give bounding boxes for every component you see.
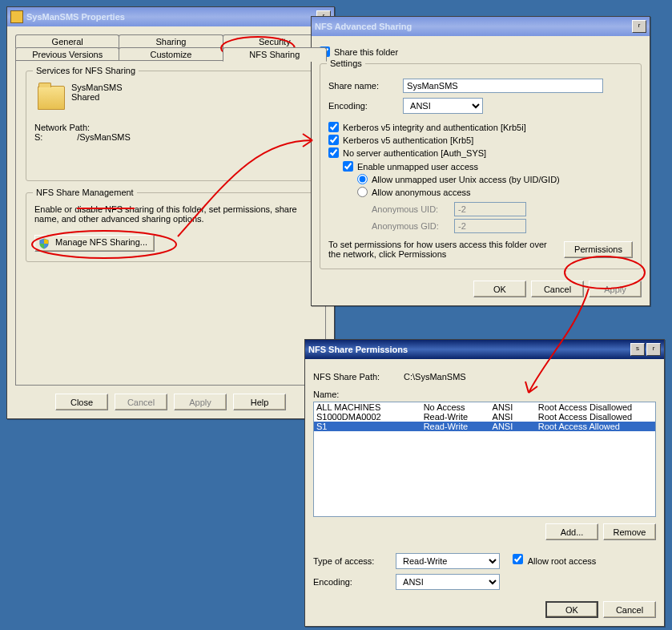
group-title: NFS Share Management — [33, 188, 137, 197]
window-title: SysManSMS Properties — [26, 12, 315, 22]
share-mgmt-desc: Enable or disable NFS sharing of this fo… — [34, 204, 307, 224]
permissions-listbox[interactable]: ALL MACHINESNo AccessANSIRoot Access Dis… — [313, 402, 656, 517]
tab-panel: Services for NFS Sharing SysManSMS Share… — [15, 60, 326, 386]
unmapped-label: Enable unmapped user access — [357, 162, 478, 172]
folder-icon — [10, 10, 23, 23]
close-button[interactable]: Close — [55, 394, 108, 410]
perm-encoding-select[interactable]: ANSI — [396, 574, 500, 590]
anon-gid-label: Anonymous GID: — [372, 221, 452, 231]
unix-label: Allow unmapped user Unix access (by UID/… — [372, 175, 560, 184]
unix-radio[interactable] — [357, 174, 368, 184]
share-name-input[interactable] — [403, 79, 603, 93]
manage-btn-label: Manage NFS Sharing... — [55, 237, 147, 247]
group-services-nfs: Services for NFS Sharing SysManSMS Share… — [26, 71, 316, 181]
share-folder-label: Share this folder — [334, 47, 398, 57]
close-icon[interactable]: r — [632, 20, 646, 33]
allow-root-checkbox[interactable] — [513, 554, 523, 564]
tab-previous-versions[interactable]: Previous Versions — [15, 47, 119, 61]
allow-root-label: Allow root access — [528, 556, 597, 566]
encoding-select[interactable]: ANSI — [403, 98, 483, 114]
folder-icon — [38, 86, 65, 110]
titlebar[interactable]: SysManSMS Properties r — [7, 7, 334, 26]
krb5-label: Kerberos v5 authentication [Krb5] — [343, 135, 473, 145]
unmapped-checkbox[interactable] — [343, 161, 353, 172]
perm-encoding-label: Encoding: — [313, 577, 393, 587]
table-row[interactable]: ALL MACHINESNo AccessANSIRoot Access Dis… — [314, 402, 655, 412]
share-permissions-window: NFS Share Permissions s r NFS Share Path… — [304, 339, 665, 627]
anon-uid-input — [454, 202, 526, 216]
krb5-checkbox[interactable] — [328, 135, 339, 145]
shield-icon — [38, 238, 50, 249]
tab-strip: General Sharing Security Previous Versio… — [15, 34, 326, 61]
encoding-label: Encoding: — [328, 101, 400, 111]
tab-nfs-sharing[interactable]: NFS Sharing — [223, 47, 327, 62]
permissions-text: To set permissions for how users access … — [328, 240, 557, 259]
authsys-checkbox[interactable] — [328, 147, 339, 158]
network-path-label: Network Path: — [34, 123, 307, 132]
window-title: NFS Share Permissions — [308, 345, 629, 354]
group-title: Services for NFS Sharing — [33, 66, 139, 75]
help-icon[interactable]: s — [630, 343, 645, 356]
anon-label: Allow anonymous access — [372, 188, 471, 197]
settings-group: Settings Share name: Encoding: ANSI Kerb… — [320, 63, 642, 269]
share-path-value: C:\SysManSMS — [404, 372, 466, 382]
type-access-select[interactable]: Read-Write — [396, 553, 500, 569]
cancel-button[interactable]: Cancel — [115, 394, 167, 410]
group-title: Settings — [327, 59, 365, 68]
advanced-sharing-window: NFS Advanced Sharing r Share this folder… — [311, 16, 650, 306]
close-icon[interactable]: r — [646, 343, 661, 356]
add-button[interactable]: Add... — [545, 523, 598, 540]
share-name-text: SysManSMS — [71, 83, 123, 92]
share-status-text: Shared — [71, 92, 123, 102]
anon-radio[interactable] — [357, 187, 368, 197]
krb5i-checkbox[interactable] — [328, 122, 339, 132]
name-label: Name: — [313, 390, 656, 399]
titlebar[interactable]: NFS Share Permissions s r — [305, 340, 664, 359]
tab-sharing[interactable]: Sharing — [119, 34, 223, 48]
network-path-value: S: /SysManSMS — [34, 132, 307, 142]
permissions-button[interactable]: Permissions — [564, 241, 633, 258]
tab-customize[interactable]: Customize — [119, 47, 223, 61]
table-row[interactable]: S1000DMA0002Read-WriteANSIRoot Access Di… — [314, 412, 655, 422]
share-path-label: NFS Share Path: — [313, 372, 401, 382]
krb5i-label: Kerberos v5 integrity and authentication… — [343, 123, 526, 132]
remove-button[interactable]: Remove — [603, 523, 656, 540]
properties-window: SysManSMS Properties r General Sharing S… — [6, 6, 335, 419]
ok-button[interactable]: OK — [473, 281, 526, 297]
apply-button[interactable]: Apply — [589, 281, 642, 297]
tab-general[interactable]: General — [15, 34, 119, 48]
group-share-mgmt: NFS Share Management Enable or disable N… — [26, 192, 316, 262]
type-access-label: Type of access: — [313, 556, 393, 566]
share-name-label: Share name: — [328, 81, 400, 91]
anon-gid-input — [454, 219, 526, 233]
apply-button[interactable]: Apply — [174, 394, 227, 410]
authsys-label: No server authentication [Auth_SYS] — [343, 148, 486, 158]
help-button[interactable]: Help — [233, 394, 286, 410]
cancel-button[interactable]: Cancel — [603, 601, 656, 618]
cancel-button[interactable]: Cancel — [531, 281, 584, 297]
manage-nfs-sharing-button[interactable]: Manage NFS Sharing... — [34, 235, 155, 252]
titlebar[interactable]: NFS Advanced Sharing r — [312, 17, 650, 36]
ok-button[interactable]: OK — [545, 601, 598, 618]
window-title: NFS Advanced Sharing — [315, 22, 630, 31]
anon-uid-label: Anonymous UID: — [372, 204, 452, 214]
table-row[interactable]: S1Read-WriteANSIRoot Access Allowed — [314, 422, 655, 431]
